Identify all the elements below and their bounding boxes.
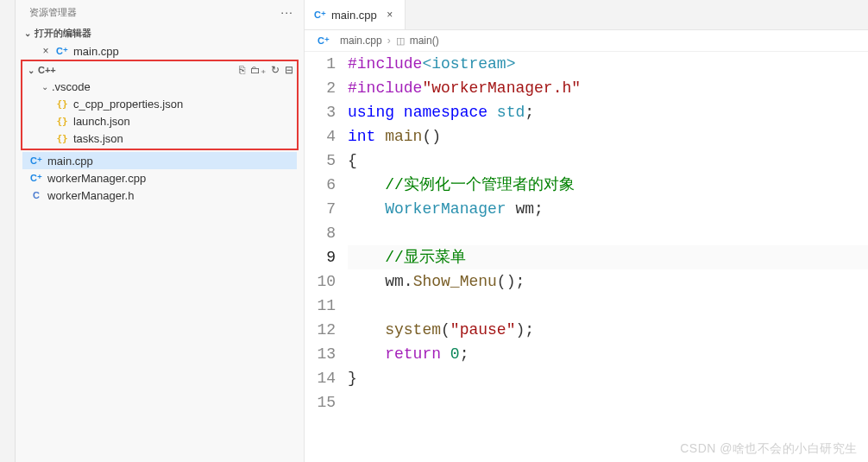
json-file-icon: {} xyxy=(55,131,69,145)
cpp-file-icon: C⁺ xyxy=(29,154,43,168)
symbol-icon: ◫ xyxy=(396,35,405,47)
file-label: workerManager.h xyxy=(47,189,134,202)
breadcrumb[interactable]: C⁺ main.cpp › ◫ main() xyxy=(305,30,868,52)
folder-vscode[interactable]: ⌄ .vscode xyxy=(22,79,297,95)
more-icon[interactable]: ··· xyxy=(280,5,293,19)
open-editors-label: 打开的编辑器 xyxy=(35,27,91,40)
project-header[interactable]: ⌄ C++ ⎘ 🗀₊ ↻ ⊟ xyxy=(22,61,297,79)
file-item[interactable]: {} launch.json xyxy=(22,112,297,130)
file-item-main[interactable]: C⁺ main.cpp xyxy=(22,152,297,169)
file-item[interactable]: {} c_cpp_properties.json xyxy=(22,95,297,112)
chevron-down-icon: ⌄ xyxy=(22,28,33,38)
cpp-file-icon: C⁺ xyxy=(317,34,330,47)
collapse-all-icon[interactable]: ⊟ xyxy=(285,64,293,76)
close-icon[interactable]: × xyxy=(40,45,52,57)
cpp-file-icon: C⁺ xyxy=(29,171,43,185)
json-file-icon: {} xyxy=(55,97,69,111)
line-gutter: 123456789101112131415 xyxy=(305,52,348,462)
explorer-title: 资源管理器 xyxy=(29,6,77,19)
highlighted-region: ⌄ C++ ⎘ 🗀₊ ↻ ⊟ ⌄ .vscode {} c_cpp_proper… xyxy=(21,60,299,150)
chevron-right-icon: › xyxy=(387,35,391,47)
refresh-icon[interactable]: ↻ xyxy=(271,64,280,76)
close-icon[interactable]: × xyxy=(384,9,396,21)
breadcrumb-file: main.cpp xyxy=(340,35,382,47)
file-item[interactable]: {} tasks.json xyxy=(22,130,297,147)
new-file-icon[interactable]: ⎘ xyxy=(239,64,245,76)
new-folder-icon[interactable]: 🗀₊ xyxy=(250,64,266,76)
watermark: CSDN @啥也不会的小白研究生 xyxy=(680,441,858,457)
editor-area: C⁺ main.cpp × C⁺ main.cpp › ◫ main() 123… xyxy=(305,0,868,462)
chevron-down-icon: ⌄ xyxy=(40,82,50,92)
activity-bar[interactable] xyxy=(0,0,16,462)
breadcrumb-symbol: main() xyxy=(410,35,439,47)
tab-label: main.cpp xyxy=(331,9,377,22)
sidebar-header: 资源管理器 ··· xyxy=(16,0,304,24)
file-label: workerManager.cpp xyxy=(47,172,146,185)
file-label: tasks.json xyxy=(73,132,123,145)
file-item[interactable]: C⁺ workerManager.cpp xyxy=(22,169,297,187)
open-editor-filename: main.cpp xyxy=(73,45,119,58)
file-label: c_cpp_properties.json xyxy=(73,98,183,111)
chevron-down-icon: ⌄ xyxy=(26,66,36,75)
c-file-icon: C xyxy=(29,188,43,202)
tab-main[interactable]: C⁺ main.cpp × xyxy=(305,0,406,29)
json-file-icon: {} xyxy=(55,114,69,128)
open-editor-item[interactable]: × C⁺ main.cpp xyxy=(16,42,304,60)
open-editors-header[interactable]: ⌄ 打开的编辑器 xyxy=(16,24,304,42)
file-item[interactable]: C workerManager.h xyxy=(22,187,297,204)
tab-bar: C⁺ main.cpp × xyxy=(305,0,868,30)
project-name: C++ xyxy=(38,65,56,75)
folder-label: .vscode xyxy=(52,80,91,93)
file-label: launch.json xyxy=(73,115,130,128)
sidebar: 资源管理器 ··· ⌄ 打开的编辑器 × C⁺ main.cpp ⌄ C++ ⎘… xyxy=(16,0,305,462)
cpp-file-icon: C⁺ xyxy=(55,44,69,58)
file-label: main.cpp xyxy=(47,155,93,168)
code-content[interactable]: #include<iostream>#include"workerManager… xyxy=(348,52,868,462)
code-editor[interactable]: 123456789101112131415 #include<iostream>… xyxy=(305,52,868,462)
cpp-file-icon: C⁺ xyxy=(313,8,327,22)
